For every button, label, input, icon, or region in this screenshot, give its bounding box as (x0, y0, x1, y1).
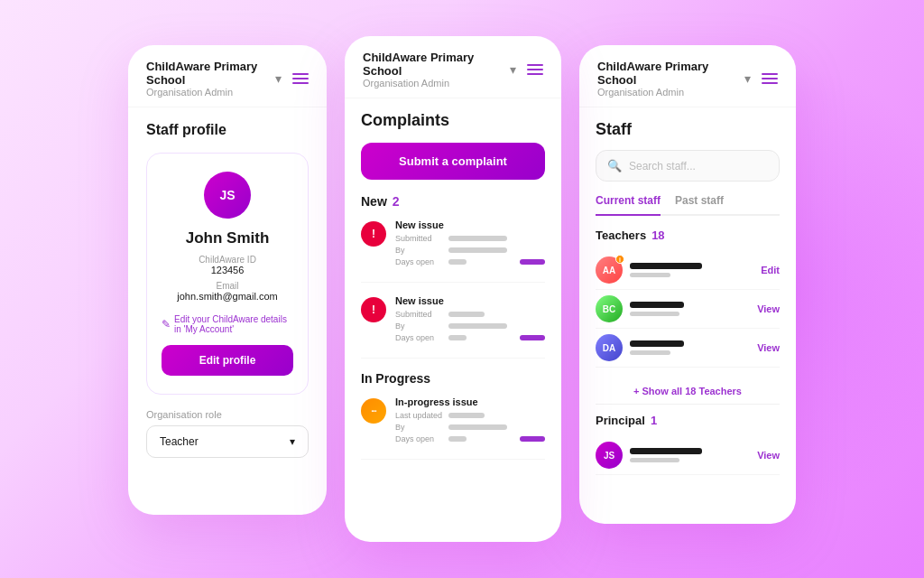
complaints-title: Complaints (361, 111, 545, 130)
principal-count: 1 (651, 414, 657, 427)
phone-staff-profile: ChildAware Primary School Organisation A… (128, 45, 327, 515)
complaint-item-progress-1[interactable]: In-progress issue Last updated By Days o… (361, 396, 545, 460)
days-bar-p (448, 436, 467, 442)
search-bar[interactable]: 🔍 Search staff... (596, 150, 780, 182)
complaint-title-progress-1: In-progress issue (395, 396, 545, 407)
complaint-by-row-1: By (395, 246, 545, 255)
in-progress-section: In Progress In-progress issue Last updat… (361, 371, 545, 460)
hamburger-menu-icon[interactable] (292, 73, 309, 84)
complaint-icon-red-1 (361, 221, 386, 247)
teachers-heading: Teachers 18 (596, 228, 780, 242)
principal-category: Principal 1 JS View (596, 414, 780, 475)
days-bar-accent-p (520, 436, 545, 442)
view-link-js-principal[interactable]: View (757, 450, 780, 461)
tab-current-staff[interactable]: Current staff (596, 194, 661, 216)
by-bar-2 (448, 323, 507, 329)
avatar-js-principal: JS (596, 442, 623, 469)
complaint-title-1: New issue (395, 219, 545, 230)
edit-account-text[interactable]: Edit your ChildAware details in 'My Acco… (174, 314, 293, 334)
org-name-mid: ChildAware Primary School (363, 51, 510, 78)
chevron-down-icon-mid[interactable]: ▾ (510, 62, 516, 77)
complaint-days-row-1: Days open (395, 257, 545, 266)
days-label-2: Days open (395, 333, 445, 342)
new-section-heading: New 2 (361, 194, 545, 209)
complaint-by-row-p: By (395, 423, 545, 432)
phone-header-left: ChildAware Primary School Organisation A… (128, 45, 327, 107)
pencil-icon: ✎ (162, 318, 171, 331)
in-progress-heading: In Progress (361, 371, 545, 386)
complaint-item-1[interactable]: New issue Submitted By Days open (361, 219, 545, 283)
header-controls-right: ▾ (744, 71, 778, 86)
complaint-details-progress-1: In-progress issue Last updated By Days o… (395, 396, 545, 446)
complaint-days-row-p: Days open (395, 434, 545, 443)
complaint-submitted-row-2: Submitted (395, 310, 545, 319)
complaint-by-row-2: By (395, 322, 545, 331)
org-role-mid: Organisation Admin (363, 78, 510, 89)
edit-profile-button[interactable]: Edit profile (162, 345, 293, 376)
complaint-title-2: New issue (395, 295, 545, 306)
chevron-down-icon[interactable]: ▾ (275, 71, 282, 86)
staff-profile-title: Staff profile (146, 122, 309, 138)
days-label-1: Days open (395, 257, 445, 266)
staff-row-js-principal: JS View (596, 436, 780, 475)
org-name-right: ChildAware Primary School (597, 60, 744, 87)
header-controls-mid: ▾ (510, 62, 543, 77)
by-label-2: By (395, 322, 445, 331)
header-org-info-mid: ChildAware Primary School Organisation A… (363, 51, 510, 89)
staff-info-aa (630, 263, 753, 277)
complaint-details-2: New issue Submitted By Days open (395, 295, 545, 345)
by-label-1: By (395, 246, 445, 255)
search-icon: 🔍 (607, 159, 622, 172)
staff-sub-bar-aa (630, 273, 670, 277)
complaint-details-1: New issue Submitted By Days open (395, 219, 545, 269)
days-label-p: Days open (395, 434, 445, 443)
header-org-info-right: ChildAware Primary School Organisation A… (597, 60, 744, 98)
org-name: ChildAware Primary School (146, 60, 275, 87)
staff-name-bar-js-p (630, 448, 702, 454)
days-bar-accent-2 (520, 335, 545, 340)
hamburger-menu-icon-right[interactable] (762, 73, 778, 84)
staff-body: Staff 🔍 Search staff... Current staff Pa… (579, 107, 796, 499)
staff-row-bc: BC View (596, 290, 780, 329)
days-bar-2 (448, 335, 467, 340)
staff-row-da: DA View (596, 329, 780, 368)
complaints-body: Complaints Submit a complaint New 2 New … (345, 98, 561, 485)
complaint-item-2[interactable]: New issue Submitted By Days open (361, 295, 545, 359)
staff-row-aa: AA i Edit (596, 251, 780, 290)
email-label: Email (216, 281, 238, 291)
tabs-row: Current staff Past staff (596, 194, 780, 216)
view-link-da[interactable]: View (757, 342, 780, 353)
phone-header-middle: ChildAware Primary School Organisation A… (345, 36, 561, 98)
phone-staff: ChildAware Primary School Organisation A… (579, 45, 796, 524)
avatar-bc: BC (596, 295, 623, 322)
edit-link-aa[interactable]: Edit (761, 265, 780, 275)
profile-card: JS John Smith ChildAware ID 123456 Email… (146, 153, 309, 395)
staff-name-bar-da (630, 340, 684, 347)
phone-header-right: ChildAware Primary School Organisation A… (579, 45, 796, 107)
complaint-days-row-2: Days open (395, 333, 545, 342)
tab-past-staff[interactable]: Past staff (675, 194, 724, 214)
staff-sub-bar-bc (630, 312, 679, 316)
submitted-label-1: Submitted (395, 234, 445, 243)
role-dropdown[interactable]: Teacher ▾ (146, 425, 309, 458)
staff-info-js-principal (630, 448, 750, 462)
view-link-bc[interactable]: View (757, 303, 780, 314)
hamburger-menu-icon-mid[interactable] (527, 64, 543, 75)
staff-info-bc (630, 302, 750, 316)
header-controls: ▾ (275, 71, 309, 86)
staff-profile-body: Staff profile JS John Smith ChildAware I… (128, 107, 327, 472)
complaint-submitted-row-1: Submitted (395, 234, 545, 243)
lastupdated-bar (448, 413, 485, 418)
avatar-da: DA (596, 334, 623, 361)
staff-name-bar-aa (630, 263, 702, 269)
complaint-icon-orange-1 (361, 398, 386, 424)
org-role-right: Organisation Admin (597, 87, 744, 98)
submit-complaint-button[interactable]: Submit a complaint (361, 143, 545, 180)
email-value: john.smith@gmail.com (177, 291, 277, 302)
teachers-category: Teachers 18 AA i Edit BC (596, 228, 780, 368)
chevron-down-icon-right[interactable]: ▾ (744, 71, 751, 86)
show-all-teachers-button[interactable]: + Show all 18 Teachers (596, 378, 780, 405)
submitted-bar-2 (448, 312, 485, 317)
info-dot-aa: i (615, 255, 624, 264)
avatar-aa: AA i (596, 256, 623, 284)
